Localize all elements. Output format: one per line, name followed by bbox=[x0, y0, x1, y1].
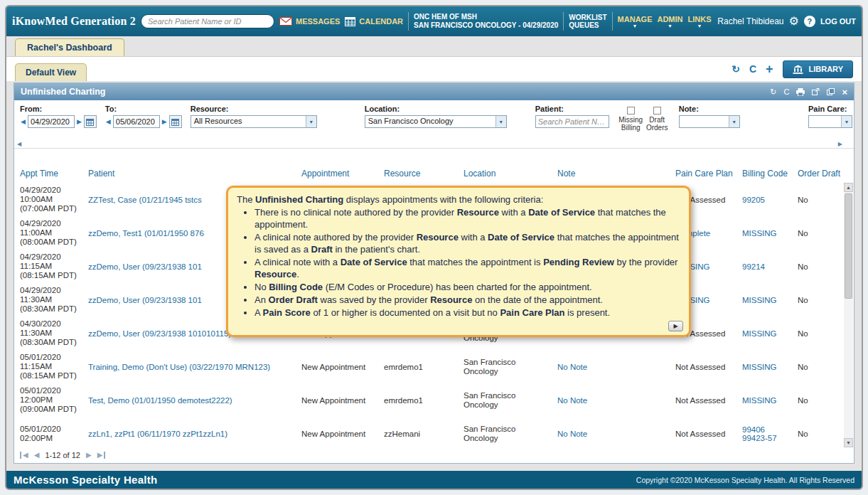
patient-cell: zzLn1, zzPt1 (06/11/1970 zzPt1zzLn1) bbox=[85, 417, 299, 447]
next-page-icon[interactable]: ▶ bbox=[86, 452, 92, 459]
messages-button[interactable]: MESSAGES bbox=[279, 17, 340, 26]
billing-code-link[interactable]: MISSING bbox=[742, 396, 777, 405]
logout-button[interactable]: LOG OUT bbox=[820, 17, 856, 26]
chevron-down-icon: ▼ bbox=[633, 23, 638, 28]
location-select[interactable]: San Francisco Oncology ▼ bbox=[365, 115, 507, 128]
column-header[interactable]: Appt Time bbox=[17, 149, 85, 183]
patient-link[interactable]: zzDemo, Test1 (01/01/1950 876 bbox=[88, 229, 204, 238]
admin-menu[interactable]: ADMIN ▼ bbox=[657, 15, 682, 28]
billing-code-link[interactable]: 99205 bbox=[742, 196, 765, 204]
export-icon[interactable] bbox=[812, 88, 820, 95]
date-next-icon[interactable]: ▶ bbox=[161, 118, 168, 125]
close-icon[interactable]: × bbox=[842, 88, 847, 96]
gear-icon[interactable]: ⚙ bbox=[789, 16, 799, 27]
patient-filter-input[interactable] bbox=[535, 115, 609, 128]
resource-cell: emrdemo1 bbox=[381, 383, 461, 417]
tooltip-bullet: No Billing Code (E/M Codes or Procedure)… bbox=[254, 281, 679, 293]
manage-menu[interactable]: MANAGE ▼ bbox=[618, 15, 653, 28]
date-picker-icon[interactable] bbox=[169, 115, 182, 128]
column-header[interactable]: Resource bbox=[381, 149, 461, 183]
column-header[interactable]: Order Draft bbox=[795, 149, 845, 183]
missing-billing-label-line2: Billing bbox=[621, 124, 641, 132]
panel-refresh-icon[interactable]: ↻ bbox=[770, 88, 776, 96]
note-link[interactable]: No Note bbox=[557, 363, 587, 371]
column-header[interactable]: Billing Code bbox=[739, 149, 795, 183]
scroll-right-icon[interactable]: ▶ bbox=[838, 141, 842, 147]
table-scrollbar[interactable]: ▲ ▼ bbox=[844, 183, 853, 447]
manage-label: MANAGE bbox=[618, 15, 653, 23]
practice-selector[interactable]: ONC HEM OF MSH SAN FRANCISCO ONCOLOGY - … bbox=[414, 13, 558, 30]
patient-link[interactable]: zzDemo, User (09/23/1938 101 bbox=[88, 296, 202, 304]
pain-care-select[interactable]: ▼ bbox=[808, 115, 852, 128]
pain-care-plan-cell: Not Assessed bbox=[673, 417, 739, 447]
tab-rachels-dashboard[interactable]: Rachel's Dashboard bbox=[15, 38, 124, 56]
first-page-icon[interactable]: ◀ bbox=[20, 452, 28, 459]
user-name[interactable]: Rachel Thibideau bbox=[717, 16, 783, 26]
last-page-icon[interactable]: ▶ bbox=[97, 452, 106, 459]
note-select[interactable]: ▼ bbox=[679, 115, 740, 128]
resource-cell: zzHemani bbox=[381, 417, 461, 447]
play-button[interactable]: ▶ bbox=[668, 321, 683, 331]
panel-cache-icon[interactable]: C bbox=[783, 88, 789, 96]
date-prev-icon[interactable]: ◀ bbox=[20, 118, 26, 125]
billing-code-link[interactable]: 99214 bbox=[742, 262, 765, 271]
global-patient-search-input[interactable] bbox=[141, 14, 274, 28]
to-label: To: bbox=[105, 105, 182, 113]
patient-link[interactable]: Test, Demo (01/01/1950 demotest2222) bbox=[88, 396, 232, 405]
draft-orders-checkbox[interactable] bbox=[653, 107, 661, 115]
column-header[interactable]: Appointment bbox=[299, 149, 381, 183]
billing-code-link[interactable]: MISSING bbox=[742, 296, 777, 304]
note-link[interactable]: No Note bbox=[557, 396, 587, 405]
note-link[interactable]: No Note bbox=[557, 430, 587, 438]
date-picker-icon[interactable] bbox=[84, 115, 97, 128]
calendar-button[interactable]: CALENDAR bbox=[345, 16, 403, 26]
column-header[interactable]: Patient bbox=[85, 149, 299, 183]
from-label: From: bbox=[20, 105, 97, 113]
pagination-range: 1-12 of 12 bbox=[45, 451, 80, 459]
column-header[interactable]: Pain Care Plan bbox=[673, 149, 739, 183]
date-prev-icon[interactable]: ◀ bbox=[105, 118, 112, 125]
scroll-up-icon[interactable]: ▲ bbox=[844, 183, 853, 192]
patient-link[interactable]: zzLn1, zzPt1 (06/11/1970 zzPt1zzLn1) bbox=[88, 430, 227, 438]
prev-page-icon[interactable]: ◀ bbox=[34, 452, 40, 459]
missing-billing-checkbox[interactable] bbox=[627, 107, 635, 115]
scroll-down-ic[interactable]: ▼ bbox=[844, 438, 853, 447]
patient-link[interactable]: Training, Demo (Don't Use) (03/22/1970 M… bbox=[88, 363, 270, 371]
billing-code-link[interactable]: MISSING bbox=[742, 229, 777, 238]
refresh-cache-icon[interactable]: C bbox=[749, 63, 756, 75]
print-icon[interactable] bbox=[796, 88, 805, 96]
order-draft-cell: No bbox=[795, 283, 845, 316]
links-menu[interactable]: LINKS ▼ bbox=[688, 15, 712, 28]
refresh-all-icon[interactable]: ↻ bbox=[732, 63, 740, 75]
patient-link[interactable]: ZZTest, Case (01/21/1945 tstcs bbox=[88, 196, 202, 204]
to-date-input[interactable] bbox=[113, 115, 160, 128]
billing-code-link[interactable]: 99406 99423-57 bbox=[742, 425, 777, 442]
billing-code-link[interactable]: MISSING bbox=[742, 329, 777, 338]
from-date-input[interactable] bbox=[28, 115, 75, 128]
help-icon[interactable]: ? bbox=[804, 16, 815, 27]
table-row: 05/01/202011:15AM(08:15AM PDT)Training, … bbox=[17, 350, 845, 383]
popout-icon[interactable] bbox=[827, 88, 835, 95]
date-next-icon[interactable]: ▶ bbox=[76, 118, 82, 125]
column-header[interactable]: Note bbox=[554, 149, 673, 183]
pain-care-value bbox=[809, 116, 841, 127]
filter-note: Note: ▼ bbox=[679, 105, 740, 148]
tab-default-view[interactable]: Default View bbox=[15, 63, 87, 81]
billing-code-link[interactable]: MISSING bbox=[742, 363, 777, 371]
chevron-down-icon: ▼ bbox=[697, 23, 702, 28]
chevron-down-icon: ▼ bbox=[306, 116, 316, 127]
patient-link[interactable]: zzDemo, User (09/23/1938 101 bbox=[88, 262, 202, 271]
resource-select[interactable]: All Resources ▼ bbox=[191, 115, 317, 128]
worklist-queues-button[interactable]: WORKLIST QUEUES bbox=[569, 14, 606, 29]
chevron-down-icon: ▼ bbox=[668, 23, 673, 28]
appointment-cell: New Appointment bbox=[299, 417, 381, 447]
add-widget-icon[interactable]: + bbox=[766, 62, 773, 77]
column-header[interactable]: Location bbox=[461, 149, 554, 183]
note-value bbox=[680, 116, 729, 127]
table-row: 05/01/202012:00PM(09:00AM PDT)Test, Demo… bbox=[17, 383, 845, 417]
patient-link[interactable]: zzDemo, User (09/23/1938 101010115) bbox=[88, 329, 231, 338]
library-button[interactable]: LIBRARY bbox=[783, 60, 853, 78]
scroll-left-icon[interactable]: ◀ bbox=[17, 141, 21, 147]
panel-title: Unfinished Charting bbox=[21, 87, 105, 97]
scrollbar-thumb[interactable] bbox=[845, 193, 852, 299]
